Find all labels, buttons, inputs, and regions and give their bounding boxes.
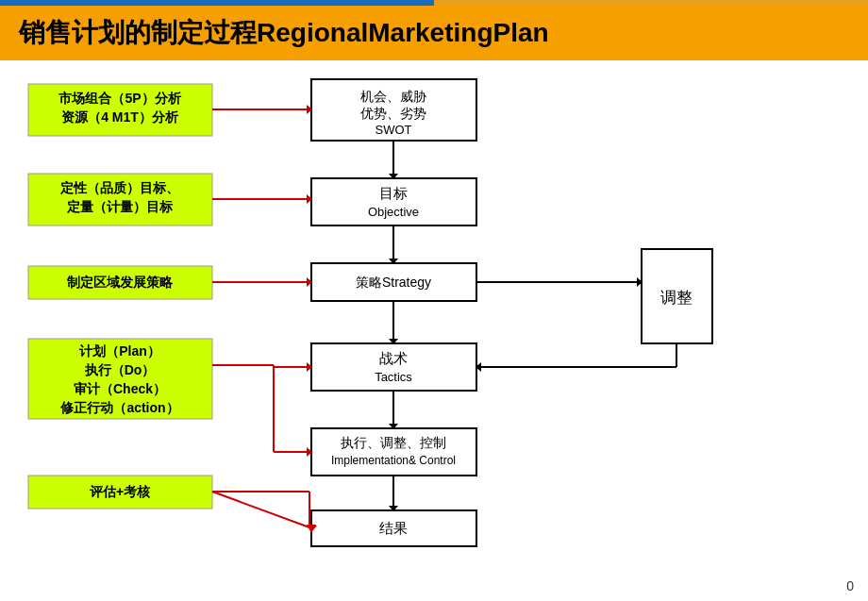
page-number: 0	[846, 578, 854, 593]
svg-text:评估+考核: 评估+考核	[90, 484, 151, 499]
svg-text:SWOT: SWOT	[376, 123, 412, 137]
svg-text:策略Strategy: 策略Strategy	[356, 275, 431, 290]
svg-text:战术: 战术	[379, 350, 408, 366]
svg-text:计划（Plan）: 计划（Plan）	[79, 343, 160, 359]
svg-text:执行、调整、控制: 执行、调整、控制	[341, 435, 446, 450]
svg-text:审计（Check）: 审计（Check）	[74, 381, 166, 396]
svg-text:定量（计量）目标: 定量（计量）目标	[66, 199, 174, 214]
svg-text:结果: 结果	[379, 520, 408, 536]
svg-text:执行（Do）: 执行（Do）	[84, 362, 156, 377]
svg-text:Implementation& Control: Implementation& Control	[331, 454, 456, 467]
svg-line-62	[212, 492, 309, 527]
svg-text:Tactics: Tactics	[375, 370, 412, 384]
svg-text:调整: 调整	[660, 289, 693, 307]
page-title: 销售计划的制定过程RegionalMarketingPlan	[19, 15, 849, 51]
title-bar: 销售计划的制定过程RegionalMarketingPlan	[0, 6, 868, 60]
svg-text:制定区域发展策略: 制定区域发展策略	[66, 275, 174, 290]
diagram-container: 市场组合（5P）分析 资源（4 M1T）分析 定性（品质）目标、 定量（计量）目…	[19, 65, 830, 593]
svg-text:优势、劣势: 优势、劣势	[360, 106, 426, 121]
svg-text:定性（品质）目标、: 定性（品质）目标、	[59, 180, 179, 195]
svg-text:Objective: Objective	[368, 205, 419, 219]
svg-text:资源（4 M1T）分析: 资源（4 M1T）分析	[61, 109, 179, 125]
diagram-svg: 市场组合（5P）分析 资源（4 M1T）分析 定性（品质）目标、 定量（计量）目…	[19, 65, 830, 593]
svg-text:机会、威胁: 机会、威胁	[360, 89, 426, 104]
svg-text:市场组合（5P）分析: 市场组合（5P）分析	[58, 91, 181, 106]
svg-text:目标: 目标	[379, 185, 408, 201]
svg-text:修正行动（action）: 修正行动（action）	[59, 400, 178, 415]
